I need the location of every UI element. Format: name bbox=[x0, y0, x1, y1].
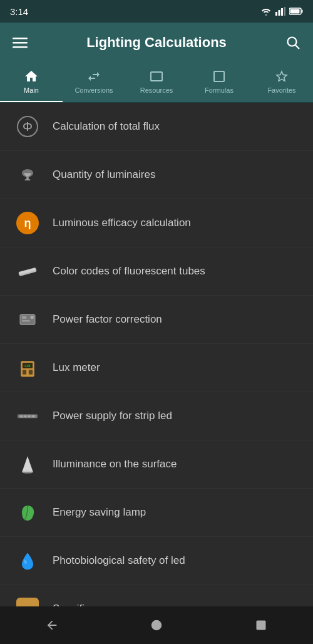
svg-point-21 bbox=[31, 316, 34, 319]
signal-icon bbox=[275, 7, 285, 16]
tab-main[interactable]: Main bbox=[0, 63, 63, 102]
menu-label: Luminous efficacy calculation bbox=[53, 217, 191, 229]
tab-resources[interactable]: Resources bbox=[125, 63, 188, 102]
svg-rect-19 bbox=[22, 316, 26, 319]
svg-rect-0 bbox=[275, 12, 277, 16]
list-item-color-codes[interactable]: Color codes of fluorescent tubes bbox=[0, 247, 313, 296]
svg-point-29 bbox=[20, 415, 23, 418]
svg-point-10 bbox=[288, 38, 297, 46]
svg-rect-6 bbox=[290, 9, 300, 14]
header-title: Lighting Calculations bbox=[30, 34, 283, 51]
svg-text:LUX: LUX bbox=[24, 364, 31, 368]
svg-point-35 bbox=[22, 470, 33, 474]
svg-rect-2 bbox=[281, 8, 283, 16]
menu-label: Lux meter bbox=[53, 361, 100, 374]
svg-rect-3 bbox=[284, 7, 286, 16]
wifi-icon bbox=[260, 7, 272, 16]
menu-label: Color codes of fluorescent tubes bbox=[53, 265, 205, 278]
svg-point-37 bbox=[151, 620, 162, 631]
svg-rect-14 bbox=[25, 179, 31, 180]
strip-icon bbox=[13, 401, 43, 431]
status-icons bbox=[260, 7, 303, 16]
list-item-efficacy[interactable]: η Luminous efficacy calculation bbox=[0, 199, 313, 247]
menu-label: Illuminance on the surface bbox=[53, 458, 177, 470]
list-item-luminaires[interactable]: Quantity of luminaires bbox=[0, 151, 313, 199]
search-button[interactable] bbox=[283, 35, 303, 50]
tab-formulas[interactable]: Formulas bbox=[188, 63, 250, 102]
svg-rect-7 bbox=[13, 38, 28, 39]
svg-rect-25 bbox=[29, 370, 33, 375]
svg-point-31 bbox=[28, 415, 31, 418]
tube-icon bbox=[13, 256, 43, 286]
list-item-illuminance[interactable]: Illuminance on the surface bbox=[0, 440, 313, 489]
flux-icon: Φ bbox=[13, 112, 43, 142]
tab-conversions[interactable]: Conversions bbox=[63, 63, 125, 102]
svg-rect-20 bbox=[22, 320, 30, 322]
svg-line-11 bbox=[295, 45, 299, 49]
menu-label: Power supply for strip led bbox=[53, 410, 172, 422]
recent-button[interactable] bbox=[242, 613, 280, 638]
svg-rect-5 bbox=[302, 10, 303, 13]
svg-rect-9 bbox=[13, 46, 28, 48]
tab-bar: Main Conversions Resources Formulas Favo… bbox=[0, 63, 313, 103]
list-item-specific-power[interactable]: W/m² Specific power bbox=[0, 585, 313, 606]
lamp-icon bbox=[13, 160, 43, 190]
svg-rect-1 bbox=[279, 10, 280, 16]
meter-icon: LUX bbox=[13, 353, 43, 383]
svg-rect-24 bbox=[23, 370, 26, 375]
list-item-photobio[interactable]: Photobiological safety of led bbox=[0, 537, 313, 585]
svg-marker-34 bbox=[23, 456, 33, 472]
list-item-lux-meter[interactable]: LUX Lux meter bbox=[0, 344, 313, 392]
menu-label: Quantity of luminaires bbox=[53, 169, 155, 181]
header: Lighting Calculations bbox=[0, 23, 313, 63]
back-button[interactable] bbox=[33, 613, 71, 638]
list-item-strip-led[interactable]: Power supply for strip led bbox=[0, 392, 313, 440]
status-time: 3:14 bbox=[10, 6, 28, 17]
menu-button[interactable] bbox=[10, 35, 30, 50]
capacitor-icon bbox=[13, 304, 43, 335]
list-item-total-flux[interactable]: Φ Calculation of total flux bbox=[0, 103, 313, 151]
menu-label: Calculation of total flux bbox=[53, 120, 160, 133]
home-button[interactable] bbox=[138, 613, 175, 638]
svg-rect-38 bbox=[256, 621, 265, 630]
svg-point-30 bbox=[24, 415, 27, 418]
menu-label: Photobiological safety of led bbox=[53, 554, 185, 567]
battery-icon bbox=[289, 8, 303, 15]
leaf-icon bbox=[13, 497, 43, 527]
status-bar: 3:14 bbox=[0, 0, 313, 23]
list-item-energy-lamp[interactable]: Energy saving lamp bbox=[0, 489, 313, 537]
menu-label: Energy saving lamp bbox=[53, 506, 146, 519]
drop-icon bbox=[13, 546, 43, 576]
cone-icon bbox=[13, 449, 43, 479]
nav-bar bbox=[0, 606, 313, 644]
eta-icon: η bbox=[13, 208, 43, 238]
list-item-power-factor[interactable]: Power factor correction bbox=[0, 296, 313, 344]
svg-rect-8 bbox=[13, 42, 28, 44]
tab-favorites[interactable]: Favorites bbox=[250, 63, 313, 102]
menu-label: Power factor correction bbox=[53, 313, 162, 326]
badge-icon: W/m² bbox=[13, 594, 43, 606]
svg-point-32 bbox=[32, 415, 34, 418]
menu-list: Φ Calculation of total flux Quantity of … bbox=[0, 103, 313, 606]
